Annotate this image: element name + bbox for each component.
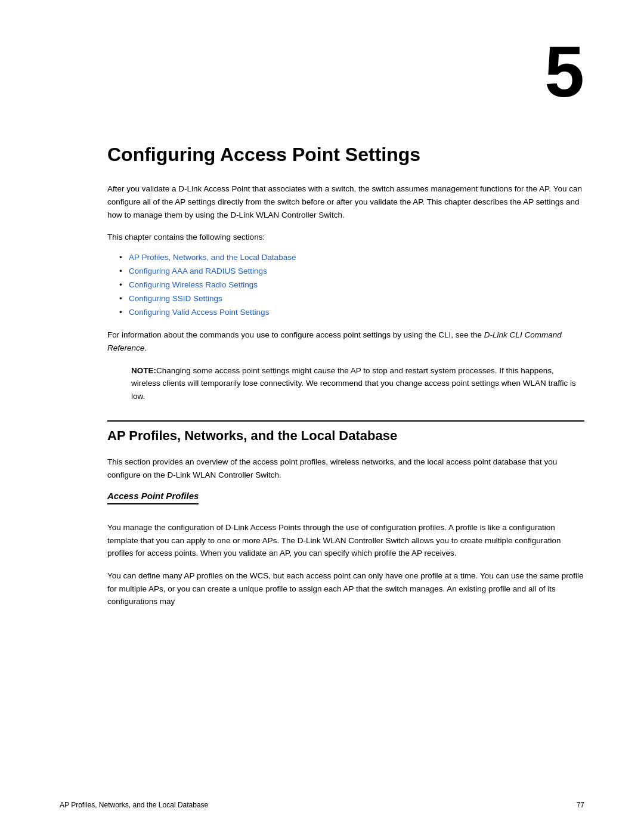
cli-text-after: . (144, 343, 147, 352)
toc-link-ssid[interactable]: Configuring SSID Settings (129, 294, 222, 303)
note-text: Changing some access point settings migh… (131, 366, 576, 401)
footer-right: 77 (577, 801, 584, 809)
toc-link-ap-profiles[interactable]: AP Profiles, Networks, and the Local Dat… (129, 253, 296, 262)
toc-link-aaa[interactable]: Configuring AAA and RADIUS Settings (129, 267, 267, 275)
subsection1-para1: You manage the configuration of D-Link A… (107, 521, 584, 560)
note-label: NOTE: (131, 366, 156, 375)
cli-text-before: For information about the commands you u… (107, 330, 484, 339)
chapter-number: 5 (0, 36, 644, 107)
content-area: Configuring Access Point Settings After … (0, 143, 644, 608)
footer-left: AP Profiles, Networks, and the Local Dat… (60, 801, 208, 809)
list-item: AP Profiles, Networks, and the Local Dat… (119, 251, 584, 265)
page-container: 5 Configuring Access Point Settings Afte… (0, 0, 644, 833)
subsection1-heading-wrapper: Access Point Profiles (107, 491, 584, 513)
subsection1-heading: Access Point Profiles (107, 491, 199, 504)
note-block: NOTE:Changing some access point settings… (131, 364, 584, 403)
list-item: Configuring AAA and RADIUS Settings (119, 265, 584, 278)
section1-heading: AP Profiles, Networks, and the Local Dat… (107, 420, 584, 445)
list-item: Configuring SSID Settings (119, 292, 584, 306)
toc-link-valid-ap[interactable]: Configuring Valid Access Point Settings (129, 308, 269, 317)
subsection1-para2: You can define many AP profiles on the W… (107, 569, 584, 608)
footer: AP Profiles, Networks, and the Local Dat… (0, 801, 644, 809)
chapter-title: Configuring Access Point Settings (107, 143, 584, 166)
cli-paragraph: For information about the commands you u… (107, 329, 584, 354)
intro-paragraph: After you validate a D-Link Access Point… (107, 182, 584, 221)
toc-link-wireless-radio[interactable]: Configuring Wireless Radio Settings (129, 280, 258, 289)
list-item: Configuring Valid Access Point Settings (119, 306, 584, 320)
section1-paragraph: This section provides an overview of the… (107, 456, 584, 481)
toc-list: AP Profiles, Networks, and the Local Dat… (119, 251, 584, 320)
toc-intro: This chapter contains the following sect… (107, 231, 584, 244)
list-item: Configuring Wireless Radio Settings (119, 278, 584, 292)
subsection1-container: Access Point Profiles (107, 491, 584, 513)
